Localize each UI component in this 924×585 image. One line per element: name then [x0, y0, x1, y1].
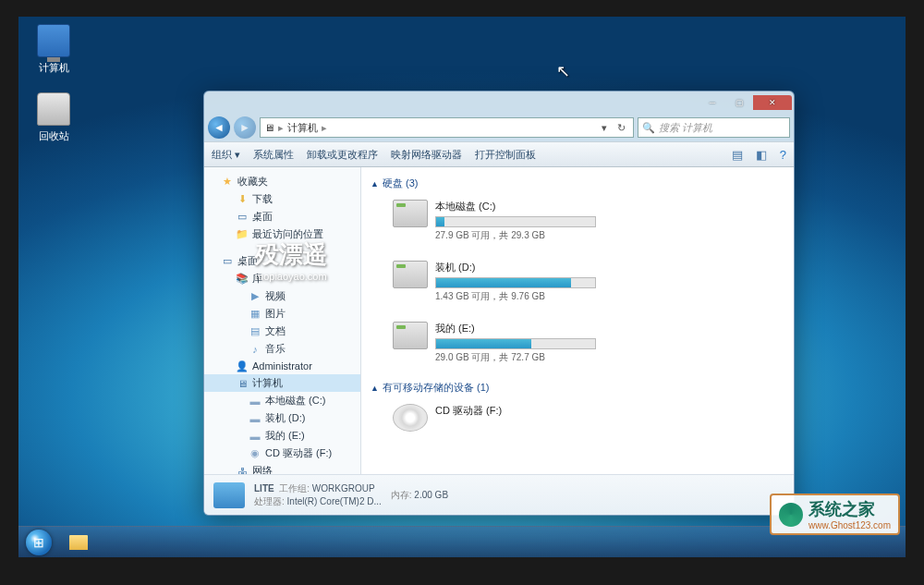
cd-drive-icon	[393, 404, 428, 432]
forward-button[interactable]: ►	[234, 116, 256, 139]
organize-menu[interactable]: 组织 ▾	[212, 148, 240, 162]
drive-label: 我的 (E:)	[435, 322, 596, 335]
nav-libraries[interactable]: 📚库	[204, 270, 360, 287]
drive-label: 装机 (D:)	[435, 261, 596, 274]
search-input[interactable]: 🔍 搜索 计算机	[638, 117, 790, 138]
user-icon: 👤	[236, 360, 249, 372]
nav-favorites[interactable]: ★收藏夹	[204, 173, 360, 190]
titlebar[interactable]: ─ ▢ ✕	[204, 91, 794, 114]
windows-orb-icon	[26, 530, 52, 555]
download-icon: ⬇	[236, 193, 249, 206]
collapse-icon: ▲	[371, 179, 379, 189]
close-button[interactable]: ✕	[753, 95, 792, 110]
breadcrumb-sep-icon: ▸	[322, 122, 327, 134]
map-drive-button[interactable]: 映射网络驱动器	[391, 148, 462, 162]
desktop-icon-recycle[interactable]: 回收站	[26, 92, 81, 143]
computer-name: LITE	[254, 483, 274, 494]
nav-tree[interactable]: ★收藏夹 ⬇下载 ▭桌面 📁最近访问的位置 ▭桌面 📚库 ▶视频 ▦图片 ▤文档…	[204, 167, 361, 474]
drive-usage-bar	[435, 216, 596, 227]
nav-desktop-root[interactable]: ▭桌面	[204, 252, 360, 270]
taskbar-explorer[interactable]	[61, 530, 96, 555]
cd-icon: ◉	[249, 447, 261, 460]
uninstall-button[interactable]: 卸载或更改程序	[307, 148, 378, 162]
recent-icon: 📁	[236, 228, 249, 241]
network-icon: 🖧	[236, 465, 249, 475]
content-pane: ▲ 硬盘 (3) 本地磁盘 (C:) 27.9 GB 可用，共 29.3 GB	[361, 167, 794, 474]
drive-usage-text: 29.0 GB 可用，共 72.7 GB	[435, 351, 596, 364]
refresh-icon[interactable]: ↻	[613, 122, 629, 134]
nav-computer[interactable]: 🖥计算机	[204, 374, 360, 392]
cursor-icon: ↖	[556, 61, 570, 81]
address-bar[interactable]: 🖥 ▸ 计算机 ▸ ▾ ↻	[260, 117, 634, 138]
hdd-icon	[393, 261, 428, 288]
drive-icon: ▬	[249, 412, 261, 425]
drive-f[interactable]: CD 驱动器 (F:)	[393, 404, 596, 432]
preview-pane-icon[interactable]: ◧	[756, 148, 767, 162]
recycle-icon	[37, 92, 70, 126]
collapse-icon: ▲	[371, 384, 379, 393]
drive-usage-text: 27.9 GB 可用，共 29.3 GB	[435, 229, 596, 242]
computer-large-icon	[213, 482, 245, 508]
music-icon: ♪	[249, 343, 261, 356]
help-icon[interactable]: ?	[780, 148, 786, 162]
drive-usage-bar	[435, 338, 596, 349]
search-placeholder: 搜索 计算机	[659, 121, 712, 135]
desktop-icon-computer[interactable]: 计算机	[26, 24, 81, 75]
desktop-icon-label: 计算机	[26, 61, 81, 75]
nav-admin[interactable]: 👤Administrator	[204, 358, 360, 374]
control-panel-button[interactable]: 打开控制面板	[475, 148, 536, 162]
drive-icon: ▬	[249, 430, 261, 443]
nav-bar: ◄ ► 🖥 ▸ 计算机 ▸ ▾ ↻ 🔍 搜索 计算机	[204, 114, 794, 141]
ghost123-logo-icon	[779, 503, 803, 527]
breadcrumb-sep-icon: ▸	[278, 122, 284, 134]
drive-e[interactable]: 我的 (E:) 29.0 GB 可用，共 72.7 GB	[393, 322, 596, 364]
drive-label: CD 驱动器 (F:)	[435, 404, 596, 418]
nav-recent[interactable]: 📁最近访问的位置	[204, 225, 360, 243]
watermark-ghost123: 系统之家 www.Ghost123.com	[770, 494, 900, 535]
chevron-down-icon: ▾	[235, 149, 240, 161]
nav-videos[interactable]: ▶视频	[204, 287, 360, 305]
explorer-window: ─ ▢ ✕ ◄ ► 🖥 ▸ 计算机 ▸ ▾ ↻ 🔍 搜索 计算机 组织 ▾ 系	[203, 91, 795, 516]
video-icon: ▶	[249, 290, 261, 303]
nav-desktop[interactable]: ▭桌面	[204, 208, 360, 225]
nav-drive-f[interactable]: ◉CD 驱动器 (F:)	[204, 445, 360, 462]
star-icon: ★	[221, 176, 234, 189]
address-dropdown-icon[interactable]: ▾	[596, 122, 613, 134]
drive-label: 本地磁盘 (C:)	[435, 200, 596, 213]
desktop-icon-label: 回收站	[26, 129, 81, 143]
drive-usage-text: 1.43 GB 可用，共 9.76 GB	[435, 290, 596, 303]
drive-c[interactable]: 本地磁盘 (C:) 27.9 GB 可用，共 29.3 GB	[393, 200, 596, 242]
view-icon[interactable]: ▤	[732, 148, 743, 162]
library-icon: 📚	[236, 273, 249, 286]
hdd-icon	[393, 322, 428, 349]
maximize-button[interactable]: ▢	[726, 95, 752, 110]
minimize-button[interactable]: ─	[699, 95, 725, 110]
back-button[interactable]: ◄	[208, 116, 230, 139]
breadcrumb-item[interactable]: 计算机	[287, 121, 318, 135]
category-hdd[interactable]: ▲ 硬盘 (3)	[371, 173, 784, 194]
search-icon: 🔍	[642, 122, 655, 134]
nav-music[interactable]: ♪音乐	[204, 340, 360, 358]
computer-icon	[37, 24, 70, 57]
nav-documents[interactable]: ▤文档	[204, 323, 360, 340]
nav-drive-c[interactable]: ▬本地磁盘 (C:)	[204, 392, 360, 409]
computer-small-icon: 🖥	[264, 122, 274, 133]
start-button[interactable]	[18, 527, 59, 558]
picture-icon: ▦	[249, 308, 261, 321]
nav-pictures[interactable]: ▦图片	[204, 305, 360, 323]
drive-icon: ▬	[249, 395, 261, 408]
system-properties-button[interactable]: 系统属性	[253, 148, 294, 162]
memory-value: 2.00 GB	[414, 490, 448, 500]
category-removable[interactable]: ▲ 有可移动存储的设备 (1)	[371, 377, 784, 398]
drive-usage-bar	[435, 277, 596, 288]
explorer-icon	[69, 535, 88, 550]
desktop-icon: ▭	[236, 211, 249, 224]
nav-drive-e[interactable]: ▬我的 (E:)	[204, 427, 360, 445]
nav-drive-d[interactable]: ▬装机 (D:)	[204, 409, 360, 427]
nav-downloads[interactable]: ⬇下载	[204, 190, 360, 208]
hdd-icon	[393, 200, 428, 227]
nav-network[interactable]: 🖧网络	[204, 462, 360, 474]
workgroup-value: WORKGROUP	[312, 483, 375, 494]
drive-d[interactable]: 装机 (D:) 1.43 GB 可用，共 9.76 GB	[393, 261, 596, 303]
details-pane: LITE 工作组: WORKGROUP 处理器: Intel(R) Core(T…	[204, 474, 794, 515]
